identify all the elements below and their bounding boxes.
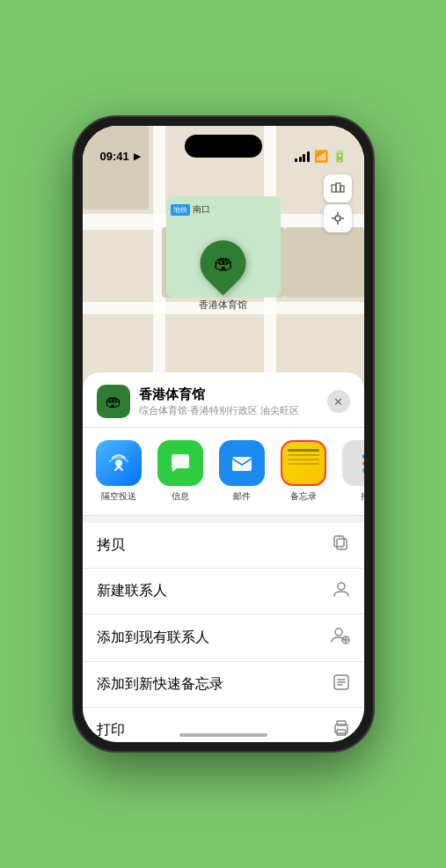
venue-marker[interactable]: 🏟 香港体育馆 [199,240,247,312]
svg-rect-1 [336,183,340,192]
svg-point-3 [335,216,340,221]
phone-screen: 09:41 ▶ 📶 🔋 [83,126,364,742]
airdrop-icon [96,440,142,486]
location-icon [331,211,345,225]
map-block [285,227,364,298]
share-mail[interactable]: 邮件 [215,440,269,503]
marker-pin: 🏟 [191,231,256,296]
station-label: 地铁 南口 [171,203,210,216]
messages-icon [157,440,203,486]
action-add-contact[interactable]: 添加到现有联系人 [83,614,364,662]
messages-label: 信息 [172,490,189,503]
venue-name: 香港体育馆 [139,386,318,403]
mail-svg [230,451,254,475]
close-button[interactable]: ✕ [327,390,350,413]
marker-venue-icon: 🏟 [214,252,233,275]
svg-rect-10 [337,539,347,549]
svg-rect-9 [232,457,252,471]
home-indicator [179,733,267,737]
action-new-contact[interactable]: 新建联系人 [83,569,364,614]
action-quick-note[interactable]: 添加到新快速备忘录 [83,662,364,708]
svg-point-13 [335,629,342,636]
dynamic-island [185,135,262,158]
copy-icon [333,534,350,556]
signal-icon [295,151,310,162]
quick-note-icon [333,673,350,695]
notes-icon [281,440,326,486]
mail-label: 邮件 [233,490,251,503]
copy-label: 拷贝 [97,536,125,555]
venue-info: 香港体育馆 综合体育馆·香港特别行政区 油尖旺区 [139,386,318,417]
map-controls [324,174,352,232]
share-airdrop[interactable]: 隔空投送 [91,440,146,503]
station-name: 南口 [193,203,210,216]
share-messages[interactable]: 信息 [153,440,208,503]
status-icons: 📶 🔋 [295,150,347,163]
action-print[interactable]: 打印 [83,708,364,742]
mail-icon [219,440,265,486]
svg-rect-23 [337,721,346,725]
quick-note-label: 添加到新快速备忘录 [97,675,223,694]
action-list: 拷贝 新建联系人 [83,523,364,742]
venue-subtitle: 综合体育馆·香港特别行政区 油尖旺区 [139,404,318,417]
more-icon [342,440,364,486]
map-type-button[interactable] [324,174,352,202]
more-label: 推 [361,490,364,503]
svg-rect-0 [332,185,336,192]
action-copy[interactable]: 拷贝 [83,523,364,569]
svg-rect-22 [337,730,346,735]
battery-icon: 🔋 [333,150,347,163]
add-contact-icon [331,626,350,650]
status-time: 09:41 ▶ [100,150,141,163]
svg-rect-11 [334,536,344,547]
messages-svg [168,451,193,475]
bottom-sheet: 🏟 香港体育馆 综合体育馆·香港特别行政区 油尖旺区 ✕ [83,372,364,742]
map-type-icon [331,181,345,195]
share-more[interactable]: 推 [338,440,364,503]
airdrop-svg [106,451,131,475]
share-notes[interactable]: 备忘录 [276,440,331,503]
phone-frame: 09:41 ▶ 📶 🔋 [74,117,373,751]
add-contact-label: 添加到现有联系人 [97,629,209,647]
location-arrow-icon: ▶ [134,151,141,161]
venue-icon: 🏟 [97,385,130,418]
station-badge: 地铁 [171,204,190,216]
marker-label: 香港体育馆 [199,298,247,312]
print-icon [333,719,350,741]
share-row: 隔空投送 信息 [83,428,364,516]
new-contact-icon [333,580,350,602]
airdrop-label: 隔空投送 [101,490,136,503]
location-button[interactable] [324,204,352,232]
svg-point-12 [338,583,345,590]
svg-rect-2 [340,186,344,192]
print-label: 打印 [97,721,125,739]
sheet-header: 🏟 香港体育馆 综合体育馆·香港特别行政区 油尖旺区 ✕ [83,372,364,428]
new-contact-label: 新建联系人 [97,582,167,600]
wifi-icon: 📶 [314,150,328,163]
notes-label: 备忘录 [290,490,317,503]
